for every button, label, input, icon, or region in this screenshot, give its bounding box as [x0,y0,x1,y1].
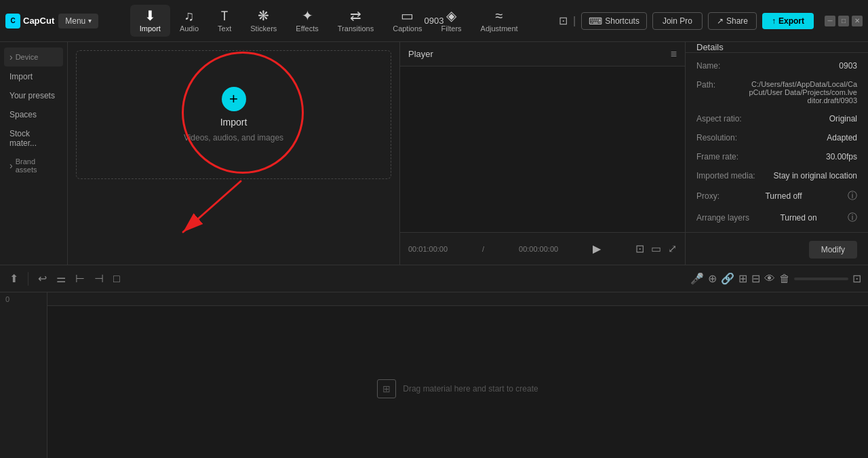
topbar-right: ⊡ | ⌨ Shortcuts Join Pro ↗ Share ↑ Expor… [559,12,863,30]
export-label: Export [778,16,804,26]
import-icon: ⬇ [144,9,156,22]
tool-text[interactable]: Ｔ Text [208,5,241,37]
menu-button[interactable]: Menu [58,14,98,28]
export-icon: ↑ [772,16,776,26]
minimize-button[interactable]: ─ [825,16,835,26]
left-sidebar: Device Import Your presets Spaces Stock … [0,42,68,265]
detail-arrange-row: Arrange layers Turned on ⓘ [696,212,857,224]
tool-adjustment[interactable]: ≈ Adjustment [471,5,528,37]
detail-path-value: C:/Users/fast/AppData/Local/CapCut/User … [749,80,857,104]
sidebar-spaces-label: Spaces [9,110,37,119]
adjustment-icon: ≈ [496,9,503,22]
detail-resolution-value: Adapted [827,133,857,142]
play-button[interactable]: ▶ [593,242,601,255]
proxy-info-icon[interactable]: ⓘ [848,190,857,202]
drag-hint-icon: ⊞ [377,379,396,398]
share-button[interactable]: ↗ Share [708,12,757,30]
shortcuts-icon: ⌨ [589,16,602,26]
trim-right-button[interactable]: ⊣ [92,269,106,288]
detail-imported-media-row: Imported media: Stay in original locatio… [696,171,857,180]
mic-icon[interactable]: 🎤 [690,272,704,285]
import-area: + Import Videos, audios, and images [68,42,400,265]
screenshot-icon[interactable]: ⊡ [635,242,644,255]
detail-path-label: Path: [696,80,715,90]
trim-left-button[interactable]: ⊢ [73,269,87,288]
tool-filters-label: Filters [441,24,462,33]
sidebar-item-device[interactable]: Device [4,47,63,66]
detail-imported-label: Imported media: [696,171,755,180]
capcut-logo: C CapCut [5,14,54,28]
detail-resolution-row: Resolution: Adapted [696,133,857,142]
magnet-icon[interactable]: ⊕ [708,272,717,285]
detail-aspect-row: Aspect ratio: Original [696,114,857,123]
drag-hint: ⊞ Drag material here and start to create [47,306,868,458]
player-header: Player ≡ [400,42,685,66]
player-canvas [400,66,685,232]
tool-captions-label: Captions [393,24,422,33]
player-menu-icon[interactable]: ≡ [671,48,677,60]
delete-button[interactable]: □ [111,270,123,288]
sidebar-item-spaces[interactable]: Spaces [4,106,63,123]
tool-transitions[interactable]: ⇄ Transitions [328,5,383,37]
undo-button[interactable]: ↩ [35,269,50,288]
topbar: C CapCut Menu 0903 ⬇ Import ♫ Audio Ｔ Te… [0,0,868,42]
timeline-left-panel: 0 [0,292,47,458]
select-tool[interactable]: ⬆ [7,269,21,288]
sidebar-item-brand-assets[interactable]: Brand assets [4,153,63,178]
text-icon: Ｔ [218,9,231,22]
tool-audio[interactable]: ♫ Audio [170,5,208,37]
eye-icon[interactable]: 👁 [764,273,775,285]
split-button[interactable]: ⚌ [54,269,68,288]
close-button[interactable]: ✕ [852,16,863,26]
tool-audio-label: Audio [180,24,199,33]
sidebar-item-your-presets[interactable]: Your presets [4,87,63,104]
import-dropzone[interactable]: + Import Videos, audios, and images [76,50,391,179]
detail-arrange-label: Arrange layers [696,213,749,223]
tool-effects[interactable]: ✦ Effects [286,5,328,37]
timeline-toolbar: ⬆ ↩ ⚌ ⊢ ⊣ □ 🎤 ⊕ 🔗 ⊞ ⊟ 👁 🗑 ⊡ [0,265,868,292]
details-panel: Details Name: 0903 Path: C:/Users/fast/A… [685,42,868,265]
window-controls: ─ □ ✕ [825,16,863,26]
import-plus-icon: + [222,87,246,111]
detail-aspect-value: Original [829,114,857,123]
drag-hint-text: Drag material here and start to create [403,384,538,394]
maximize-button[interactable]: □ [838,16,849,26]
link-icon[interactable]: 🔗 [721,272,734,285]
stickers-icon: ❋ [258,9,269,22]
share-label: Share [726,16,748,26]
detail-imported-value: Stay in original location [774,171,857,180]
sidebar-device-label: Device [16,53,39,61]
aspect-ratio-icon[interactable]: ▭ [651,242,661,255]
trash-icon[interactable]: 🗑 [779,273,790,285]
project-title: 0903 [425,16,444,26]
capcut-logo-icon: C [5,14,20,28]
divider: | [573,15,576,27]
fullscreen-icon[interactable]: ⤢ [668,242,677,255]
capcut-logo-text: CapCut [23,16,54,26]
details-footer: Modify [686,232,868,265]
player-controls: 00:01:00:00 / 00:00:00:00 ▶ ⊡ ▭ ⤢ [400,232,685,265]
modify-button[interactable]: Modify [809,241,857,259]
sidebar-brand-label: Brand assets [16,157,58,174]
shortcuts-button[interactable]: ⌨ Shortcuts [581,12,647,30]
zoom-slider[interactable] [794,278,848,280]
toolbar-sep-1 [28,272,28,286]
sidebar-item-import[interactable]: Import [4,68,63,85]
join-pro-button[interactable]: Join Pro [652,12,703,30]
export-button[interactable]: ↑ Export [762,13,814,29]
zoom-icon[interactable]: ⊡ [852,272,861,285]
audio-icon: ♫ [184,9,194,22]
unlink-icon[interactable]: ⊞ [738,272,747,285]
tool-stickers[interactable]: ❋ Stickers [241,5,286,37]
tool-import[interactable]: ⬇ Import [130,5,170,37]
arrange-info-icon[interactable]: ⓘ [848,212,857,224]
lock-icon[interactable]: ⊟ [751,272,760,285]
detail-name-row: Name: 0903 [696,61,857,71]
monitor-icon[interactable]: ⊡ [559,14,568,27]
details-body: Name: 0903 Path: C:/Users/fast/AppData/L… [686,53,868,232]
svg-line-1 [183,181,241,232]
captions-icon: ▭ [401,9,414,22]
sidebar-stock-label: Stock mater... [9,129,37,148]
sidebar-item-stock-material[interactable]: Stock mater... [4,125,63,152]
player-icons: ⊡ ▭ ⤢ [635,242,677,255]
